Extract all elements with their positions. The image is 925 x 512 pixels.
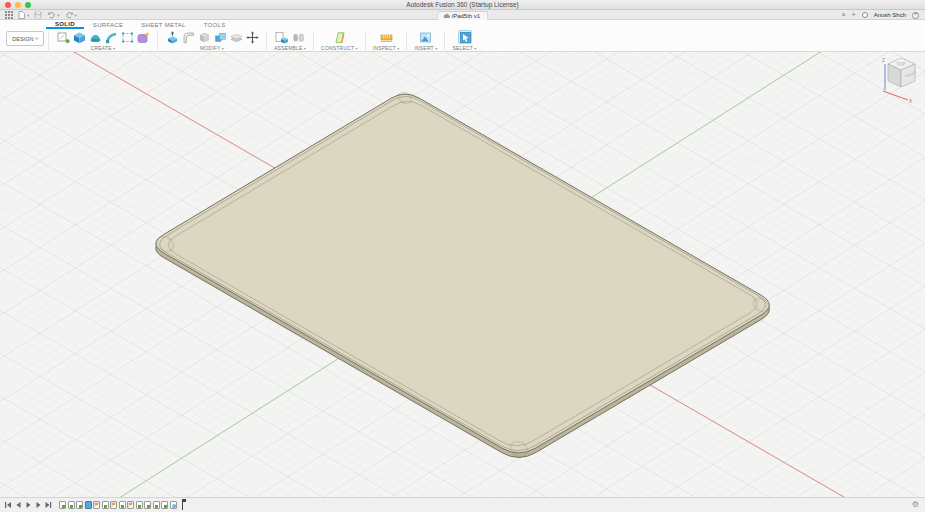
ribbon-tabs: SOLIDSURFACESHEET METALTOOLS <box>0 20 925 29</box>
timeline-playback-controls <box>0 501 56 509</box>
timeline-feature-shell-14[interactable] <box>170 501 177 509</box>
timeline-feature-fillet-5[interactable] <box>93 501 100 509</box>
save-icon[interactable] <box>34 11 42 19</box>
toolbar-group-assemble: ASSEMBLE <box>271 29 309 52</box>
toolbar-group-insert: INSERT <box>411 29 440 52</box>
model-ipad-body[interactable] <box>154 90 771 459</box>
toolbar-separator <box>266 31 267 50</box>
workspace-selector[interactable]: DESIGN <box>6 31 44 46</box>
tab-tools[interactable]: TOOLS <box>195 22 235 29</box>
timeline-feature-sketch-2[interactable] <box>68 501 75 509</box>
measure-icon[interactable] <box>379 30 393 44</box>
job-status-icon[interactable] <box>862 12 868 18</box>
toolbar-group-modify: MODIFY <box>162 29 262 52</box>
tab-sheet-metal[interactable]: SHEET METAL <box>132 22 194 29</box>
timeline-step-back-button[interactable] <box>14 501 22 509</box>
tab-solid[interactable]: SOLID <box>46 21 84 29</box>
timeline-position-marker[interactable] <box>179 499 187 511</box>
timeline-settings-gear-icon[interactable]: ⚙ <box>912 500 925 510</box>
window-titlebar: Autodesk Fusion 360 (Startup License) <box>0 0 925 10</box>
timeline-feature-extrude-4[interactable] <box>85 501 92 509</box>
document-tab-label: iPad5th v1 <box>452 13 480 19</box>
new-document-tab-icon[interactable]: + <box>852 11 856 19</box>
timeline-feature-sketch-12[interactable] <box>153 501 160 509</box>
extrude-icon[interactable] <box>72 30 86 44</box>
timeline-feature-sketch-1[interactable] <box>59 501 66 509</box>
ribbon: SOLIDSURFACESHEET METALTOOLS DESIGN CREA… <box>0 20 925 52</box>
combine-icon[interactable] <box>213 30 227 44</box>
timeline-feature-sketch-13[interactable] <box>161 501 168 509</box>
sweep-icon[interactable] <box>104 30 118 44</box>
toolbar-group-construct: CONSTRUCT <box>318 29 361 52</box>
document-tab[interactable]: iPad5th v1 <box>437 11 488 20</box>
application-bar: iPad5th v1 × + Anush Shch ? <box>0 10 925 20</box>
close-window-icon[interactable] <box>5 2 11 8</box>
timeline-play-button[interactable] <box>24 501 32 509</box>
view-cube[interactable]: TOP FRONT Z X <box>874 54 922 104</box>
viewcube-z-axis-label: Z <box>882 58 885 63</box>
move-icon[interactable] <box>245 30 259 44</box>
timeline-go-to-start-button[interactable] <box>4 501 12 509</box>
inspect-group-label[interactable]: INSPECT <box>373 45 400 51</box>
data-panel-icon[interactable] <box>5 11 13 19</box>
timeline-feature-sketch-10[interactable] <box>136 501 143 509</box>
shell-icon[interactable] <box>197 30 211 44</box>
timeline-bar: ⚙ <box>0 497 925 512</box>
select-group-label[interactable]: SELECT <box>452 45 476 51</box>
document-cloud-icon <box>443 13 450 19</box>
modify-group-label[interactable]: MODIFY <box>200 45 224 51</box>
viewcube-x-axis-label: X <box>909 99 912 104</box>
toolbar-separator <box>157 31 158 50</box>
construct-plane-icon[interactable] <box>332 30 346 44</box>
timeline-feature-sketch-11[interactable] <box>144 501 151 509</box>
new-component-icon[interactable] <box>275 30 289 44</box>
construct-group-label[interactable]: CONSTRUCT <box>321 45 358 51</box>
help-icon[interactable]: ? <box>912 12 919 19</box>
toolbar-separator <box>406 31 407 50</box>
timeline-feature-fillet-7[interactable] <box>110 501 117 509</box>
timeline-step-forward-button[interactable] <box>34 501 42 509</box>
pattern-icon[interactable] <box>120 30 134 44</box>
ribbon-toolbar: DESIGN CREATE M <box>0 29 925 52</box>
toolbar-group-create: CREATE <box>53 29 153 52</box>
timeline-go-to-end-button[interactable] <box>44 501 52 509</box>
insert-group-label[interactable]: INSERT <box>414 45 437 51</box>
scene-svg[interactable] <box>0 52 925 497</box>
toolbar-separator <box>444 31 445 50</box>
toolbar-group-select: SELECT <box>449 29 479 52</box>
create-form-icon[interactable] <box>136 30 150 44</box>
timeline-feature-sketch-8[interactable] <box>119 501 126 509</box>
viewcube-x-axis <box>883 91 908 100</box>
zoom-window-icon[interactable] <box>25 2 31 8</box>
joint-icon[interactable] <box>291 30 305 44</box>
window-controls <box>0 2 31 8</box>
timeline-feature-sketch-6[interactable] <box>102 501 109 509</box>
press-pull-icon[interactable] <box>165 30 179 44</box>
redo-icon[interactable] <box>65 11 77 19</box>
timeline-feature-strip <box>59 501 177 509</box>
window-title: Autodesk Fusion 360 (Startup License) <box>0 0 925 10</box>
select-icon[interactable] <box>458 30 472 44</box>
fillet-icon[interactable] <box>181 30 195 44</box>
timeline-feature-sketch-3[interactable] <box>76 501 83 509</box>
close-document-icon[interactable]: × <box>841 11 845 19</box>
viewcube-top-label: TOP <box>896 61 905 66</box>
tab-surface[interactable]: SURFACE <box>84 22 132 29</box>
undo-icon[interactable] <box>47 11 59 19</box>
toolbar-separator <box>313 31 314 50</box>
toolbar-separator <box>48 31 49 50</box>
user-account-name[interactable]: Anush Shch <box>874 12 906 18</box>
assemble-group-label[interactable]: ASSEMBLE <box>274 45 306 51</box>
offset-face-icon[interactable] <box>229 30 243 44</box>
viewport[interactable]: TOP FRONT Z X <box>0 52 925 497</box>
timeline-feature-fillet-9[interactable] <box>127 501 134 509</box>
file-menu-icon[interactable] <box>18 11 29 19</box>
create-sketch-icon[interactable] <box>56 30 70 44</box>
insert-canvas-icon[interactable] <box>419 30 433 44</box>
toolbar-group-inspect: INSPECT <box>370 29 403 52</box>
revolve-icon[interactable] <box>88 30 102 44</box>
create-group-label[interactable]: CREATE <box>91 45 116 51</box>
minimize-window-icon[interactable] <box>15 2 21 8</box>
toolbar-separator <box>365 31 366 50</box>
